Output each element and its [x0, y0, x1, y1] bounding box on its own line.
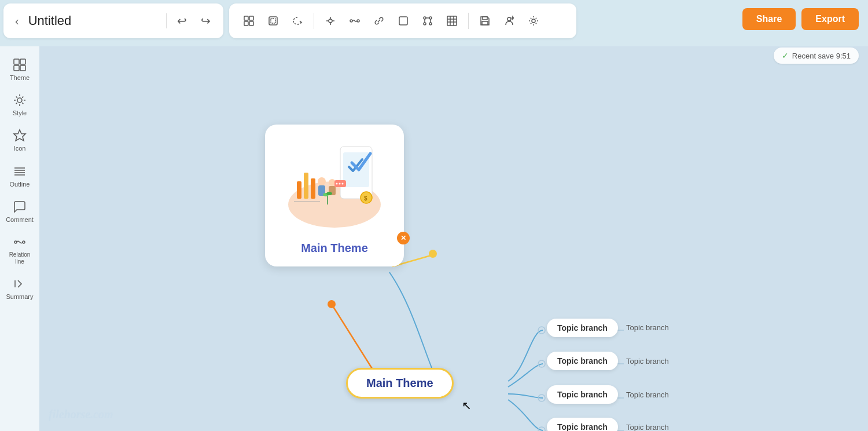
svg-rect-35 — [20, 59, 25, 64]
svg-point-44 — [14, 241, 17, 243]
main-theme-card[interactable]: $ Main Theme ✕ — [265, 125, 404, 266]
mindmap-tool-button[interactable] — [320, 12, 341, 30]
sidebar-style-label: Style — [13, 109, 27, 117]
connector-tool-button[interactable] — [344, 12, 365, 30]
sidebar-item-icon[interactable]: Icon — [2, 124, 37, 157]
svg-point-12 — [350, 20, 352, 22]
outline-icon — [13, 165, 27, 178]
svg-rect-27 — [483, 17, 487, 20]
summary-icon — [13, 277, 27, 291]
topic-sub-branch-2: Topic branch — [626, 357, 669, 366]
svg-rect-22 — [447, 16, 457, 25]
svg-point-33 — [532, 19, 535, 23]
save-badge: ✓ Recent save 9:51 — [774, 48, 859, 64]
document-title: Untitled — [28, 13, 167, 28]
svg-rect-63 — [304, 173, 308, 199]
card-delete-button[interactable]: ✕ — [397, 232, 410, 244]
svg-rect-14 — [399, 17, 407, 25]
svg-rect-64 — [311, 178, 315, 199]
svg-point-7 — [329, 19, 332, 23]
svg-point-76 — [336, 182, 338, 184]
svg-text:$: $ — [364, 195, 367, 202]
svg-point-74 — [326, 192, 332, 195]
shape-tool-button[interactable] — [393, 12, 414, 30]
toolbar-divider-1 — [314, 13, 314, 29]
topic-sub-branch-3: Topic branch — [626, 390, 669, 399]
svg-point-38 — [17, 98, 22, 103]
title-section: ‹ Untitled ↩ ↪ — [3, 3, 223, 38]
sidebar-relation-line-label: Relationline — [9, 251, 31, 265]
svg-point-78 — [342, 182, 344, 184]
style-icon — [13, 93, 27, 107]
svg-point-15 — [424, 17, 426, 19]
sidebar-theme-label: Theme — [10, 74, 30, 82]
svg-rect-3 — [249, 21, 253, 25]
save-text: Recent save 9:51 — [792, 52, 851, 60]
sidebar-item-style[interactable]: Style — [2, 89, 37, 122]
comment-icon — [13, 200, 27, 214]
back-button[interactable]: ‹ — [13, 12, 21, 30]
svg-point-29 — [507, 17, 511, 21]
topic-branch-1[interactable]: Topic branch — [547, 319, 618, 337]
topic-branch-4[interactable]: Topic branch — [547, 418, 618, 431]
export-button[interactable]: Export — [801, 8, 859, 30]
svg-rect-4 — [269, 17, 277, 25]
relation-line-icon — [13, 235, 27, 249]
lasso-tool-button[interactable] — [287, 12, 308, 30]
relation-tool-button[interactable] — [417, 12, 438, 30]
svg-rect-5 — [271, 19, 275, 23]
right-buttons: Share Export — [742, 8, 859, 30]
main-theme-node[interactable]: Main Theme — [346, 368, 454, 399]
svg-rect-62 — [297, 181, 301, 199]
svg-rect-61 — [343, 152, 369, 187]
share-access-btn[interactable] — [499, 12, 520, 30]
card-illustration: $ — [265, 125, 404, 238]
icon-icon — [13, 129, 27, 143]
watermark: filehorse.com — [49, 407, 113, 422]
table-tool-button[interactable] — [442, 12, 462, 30]
toolbar-divider-2 — [468, 13, 469, 29]
svg-rect-28 — [482, 21, 488, 25]
svg-rect-2 — [244, 21, 248, 25]
svg-rect-34 — [14, 59, 19, 64]
sidebar-comment-label: Comment — [6, 216, 34, 224]
svg-point-45 — [23, 241, 25, 243]
sidebar-item-summary[interactable]: Summary — [2, 272, 37, 305]
top-bar: ‹ Untitled ↩ ↪ — [0, 0, 868, 42]
share-button[interactable]: Share — [742, 8, 796, 30]
sidebar: Theme Style Icon Outline Comment Rela — [0, 46, 39, 431]
canvas: $ Main Theme ✕ Main Theme Topic branch T… — [39, 46, 868, 431]
select-tool-button[interactable] — [238, 12, 259, 30]
topic-sub-branch-1: Topic branch — [626, 323, 669, 332]
svg-rect-1 — [249, 16, 253, 20]
topic-sub-branch-4: Topic branch — [626, 423, 669, 431]
topic-branch-2[interactable]: Topic branch — [547, 352, 618, 370]
redo-button[interactable]: ↪ — [197, 12, 214, 30]
svg-point-16 — [429, 17, 432, 19]
sidebar-item-outline[interactable]: Outline — [2, 160, 37, 193]
svg-point-77 — [339, 182, 341, 184]
svg-point-18 — [429, 23, 432, 25]
save-btn[interactable] — [475, 12, 495, 30]
svg-rect-37 — [20, 65, 25, 71]
sidebar-item-comment[interactable]: Comment — [2, 195, 37, 228]
link-tool-button[interactable] — [369, 12, 389, 30]
sidebar-icon-label: Icon — [14, 145, 26, 152]
topic-branch-3[interactable]: Topic branch — [547, 385, 618, 404]
svg-marker-39 — [14, 130, 25, 141]
svg-point-17 — [424, 23, 426, 25]
sidebar-item-relation-line[interactable]: Relationline — [2, 231, 37, 270]
svg-rect-36 — [14, 65, 19, 71]
settings-btn[interactable] — [523, 12, 544, 30]
svg-point-66 — [318, 177, 326, 185]
theme-icon — [13, 58, 27, 72]
svg-point-58 — [429, 250, 437, 258]
sidebar-summary-label: Summary — [6, 293, 33, 301]
svg-rect-0 — [244, 16, 248, 20]
frame-tool-button[interactable] — [263, 12, 284, 30]
sidebar-outline-label: Outline — [10, 181, 30, 188]
undo-button[interactable]: ↩ — [174, 12, 190, 30]
svg-point-13 — [357, 20, 359, 22]
card-title: Main Theme — [301, 242, 368, 255]
sidebar-item-theme[interactable]: Theme — [2, 53, 37, 86]
